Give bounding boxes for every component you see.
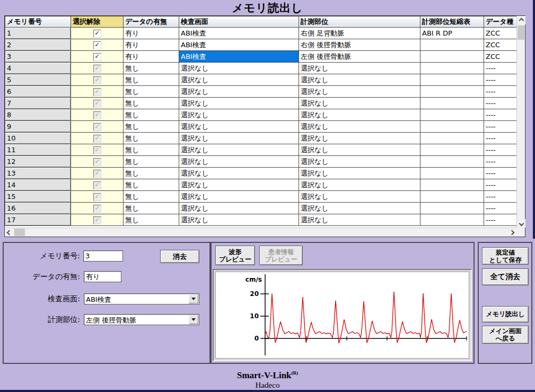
exam-screen-cell[interactable]: 選択なし (179, 144, 299, 156)
data-type-cell[interactable]: ---- (484, 156, 517, 168)
scroll-down-button[interactable] (517, 219, 525, 228)
deselect-cell[interactable]: ✓ (71, 98, 124, 109)
data-type-cell[interactable]: ---- (484, 168, 517, 179)
data-type-cell[interactable]: ---- (484, 74, 517, 86)
erase-button[interactable]: 消去 (160, 250, 199, 263)
data-type-cell[interactable]: ---- (484, 98, 517, 109)
memory-number-cell[interactable]: 17 (5, 214, 71, 226)
data-presence-cell[interactable]: 有り (124, 28, 179, 39)
vertical-scroll-thumb[interactable] (518, 25, 524, 40)
measurement-site-cell[interactable]: 選択なし (299, 179, 420, 191)
deselect-cell[interactable]: ✓ (71, 156, 124, 168)
data-presence-cell[interactable]: 無し (124, 191, 179, 203)
data-type-cell[interactable]: ---- (484, 109, 517, 121)
exam-screen-cell[interactable]: 選択なし (179, 133, 299, 144)
horizontal-scroll-thumb[interactable] (14, 229, 25, 236)
data-presence-cell[interactable]: 無し (124, 179, 179, 191)
memory-number-cell[interactable]: 8 (5, 109, 71, 121)
exam-screen-cell[interactable]: ABI検査 (179, 39, 299, 51)
measurement-site-cell[interactable]: 選択なし (299, 191, 420, 203)
exam-screen-cell[interactable]: 選択なし (179, 168, 299, 179)
memory-number-cell[interactable]: 3 (5, 51, 71, 63)
memory-number-cell[interactable]: 6 (5, 86, 71, 98)
exam-screen-cell[interactable]: 選択なし (179, 98, 299, 109)
site-abbreviation-cell[interactable] (420, 98, 484, 109)
data-presence-cell[interactable]: 無し (124, 214, 179, 226)
site-abbreviation-cell[interactable] (420, 51, 484, 63)
site-abbreviation-cell[interactable] (420, 74, 484, 86)
exam-screen-cell[interactable]: 選択なし (179, 203, 299, 214)
exam-screen-cell[interactable]: ABI検査 (179, 51, 299, 63)
data-presence-cell[interactable]: 無し (124, 121, 179, 133)
site-abbreviation-cell[interactable] (420, 144, 484, 156)
scroll-left-button[interactable] (5, 228, 14, 237)
measurement-site-cell[interactable]: 右側 足背動脈 (299, 28, 420, 39)
data-presence-cell[interactable]: 無し (124, 74, 179, 86)
memory-number-cell[interactable]: 1 (5, 28, 71, 39)
measurement-site-cell[interactable]: 左側 後脛骨動脈 (299, 51, 420, 63)
memory-number-cell[interactable]: 9 (5, 121, 71, 133)
deselect-cell[interactable]: ✓ (71, 39, 124, 51)
data-type-cell[interactable]: ---- (484, 191, 517, 203)
measurement-site-cell[interactable]: 選択なし (299, 214, 420, 226)
data-type-cell[interactable]: ---- (484, 144, 517, 156)
deselect-cell[interactable]: ✓ (71, 214, 124, 226)
measurement-site-cell[interactable]: 選択なし (299, 63, 420, 74)
data-type-cell[interactable]: ---- (484, 214, 517, 226)
measurement-site-cell[interactable]: 選択なし (299, 203, 420, 214)
data-presence-cell[interactable]: 無し (124, 98, 179, 109)
deselect-cell[interactable]: ✓ (71, 121, 124, 133)
memory-number-cell[interactable]: 13 (5, 168, 71, 179)
deselect-cell[interactable]: ✓ (71, 74, 124, 86)
data-type-cell[interactable]: ZCC (484, 51, 517, 63)
data-presence-input[interactable] (84, 271, 121, 282)
exam-screen-cell[interactable]: 選択なし (179, 74, 299, 86)
scroll-right-button[interactable] (507, 228, 516, 237)
measurement-site-cell[interactable]: 選択なし (299, 168, 420, 179)
site-abbreviation-cell[interactable] (420, 156, 484, 168)
data-presence-cell[interactable]: 無し (124, 133, 179, 144)
data-type-cell[interactable]: ---- (484, 133, 517, 144)
exam-screen-cell[interactable]: 選択なし (179, 109, 299, 121)
memory-number-cell[interactable]: 15 (5, 191, 71, 203)
data-presence-cell[interactable]: 有り (124, 39, 179, 51)
deselect-cell[interactable]: ✓ (71, 133, 124, 144)
data-type-cell[interactable]: ---- (484, 86, 517, 98)
measurement-site-cell[interactable]: 選択なし (299, 109, 420, 121)
data-presence-cell[interactable]: 無し (124, 156, 179, 168)
data-presence-cell[interactable]: 無し (124, 86, 179, 98)
exam-screen-cell[interactable]: 選択なし (179, 191, 299, 203)
measurement-site-cell[interactable]: 右側 後脛骨動脈 (299, 39, 420, 51)
data-presence-cell[interactable]: 有り (124, 51, 179, 63)
site-abbreviation-cell[interactable] (420, 203, 484, 214)
exam-screen-cell[interactable]: 選択なし (179, 86, 299, 98)
memory-number-cell[interactable]: 14 (5, 179, 71, 191)
memory-number-cell[interactable]: 7 (5, 98, 71, 109)
exam-screen-cell[interactable]: ABI検査 (179, 28, 299, 39)
memory-number-cell[interactable]: 16 (5, 203, 71, 214)
exam-screen-cell[interactable]: 選択なし (179, 214, 299, 226)
data-type-cell[interactable]: ---- (484, 203, 517, 214)
horizontal-scrollbar[interactable] (5, 228, 516, 237)
memory-number-cell[interactable]: 4 (5, 63, 71, 74)
exam-screen-cell[interactable]: 選択なし (179, 179, 299, 191)
data-type-cell[interactable]: ---- (484, 179, 517, 191)
exam-screen-cell[interactable]: 選択なし (179, 156, 299, 168)
deselect-checkbox[interactable]: ✓ (93, 30, 101, 38)
site-abbreviation-cell[interactable] (420, 179, 484, 191)
memory-number-cell[interactable]: 5 (5, 74, 71, 86)
site-abbreviation-cell[interactable] (420, 39, 484, 51)
deselect-checkbox[interactable]: ✓ (93, 53, 101, 61)
waveform-preview-button[interactable]: 波形 プレビュー (215, 246, 255, 265)
exam-screen-cell[interactable]: 選択なし (179, 121, 299, 133)
data-presence-cell[interactable]: 無し (124, 109, 179, 121)
site-abbreviation-cell[interactable] (420, 109, 484, 121)
measurement-site-cell[interactable]: 選択なし (299, 121, 420, 133)
data-presence-cell[interactable]: 無し (124, 168, 179, 179)
memory-read-button[interactable]: メモリ読出し (482, 306, 529, 323)
site-abbreviation-cell[interactable] (420, 86, 484, 98)
memory-number-cell[interactable]: 12 (5, 156, 71, 168)
data-presence-cell[interactable]: 無し (124, 203, 179, 214)
deselect-cell[interactable]: ✓ (71, 63, 124, 74)
data-type-cell[interactable]: ---- (484, 121, 517, 133)
